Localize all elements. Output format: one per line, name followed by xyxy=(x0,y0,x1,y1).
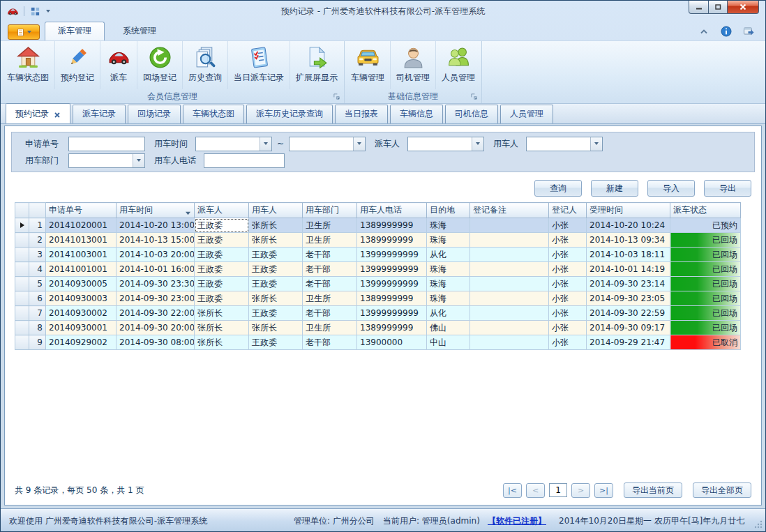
query-button[interactable]: 查询 xyxy=(534,180,582,197)
cell-registrar[interactable]: 小张 xyxy=(549,233,587,248)
cell-remark[interactable] xyxy=(470,233,549,248)
cell-destination[interactable]: 珠海 xyxy=(427,277,470,291)
cell-dispatcher[interactable]: 王政委 xyxy=(195,218,249,233)
dialog-launcher-icon[interactable] xyxy=(470,93,478,100)
column-header[interactable]: 目的地 xyxy=(427,203,470,218)
cell-phone[interactable]: 13999999999 xyxy=(357,277,427,291)
order-no-input[interactable] xyxy=(68,137,145,151)
cell-phone[interactable]: 13999999999 xyxy=(357,262,427,277)
cell-registrar[interactable]: 小张 xyxy=(549,335,587,350)
document-tab[interactable]: 预约记录 xyxy=(6,103,70,123)
ribbon-tab[interactable]: 派车管理 xyxy=(45,22,105,40)
document-tab[interactable]: 派车记录 xyxy=(73,105,126,123)
close-tab-icon[interactable] xyxy=(54,111,61,118)
cell-dispatcher[interactable]: 王政委 xyxy=(195,233,249,248)
cell-passenger[interactable]: 王政委 xyxy=(249,277,303,291)
cell-registrar[interactable]: 小张 xyxy=(549,306,587,321)
cell-destination[interactable]: 佛山 xyxy=(427,321,470,335)
table-row[interactable]: 3 20141003001 2014-10-03 20:00 王政委 王政委 老… xyxy=(15,248,741,262)
cell-status[interactable]: 已回场 xyxy=(670,233,741,248)
cell-phone[interactable]: 13900000 xyxy=(357,335,427,350)
table-row[interactable]: 7 20140930002 2014-09-30 22:00 张所长 王政委 老… xyxy=(15,306,741,321)
cell-accept-time[interactable]: 2014-09-30 09:17 xyxy=(587,321,670,335)
export-button[interactable]: 导出 xyxy=(704,180,751,197)
ribbon-button[interactable]: 派车 xyxy=(100,41,137,89)
new-button[interactable]: 新建 xyxy=(591,180,638,197)
export-all-pages-button[interactable]: 导出全部页 xyxy=(693,482,751,498)
cell-remark[interactable] xyxy=(470,262,549,277)
cell-order-no[interactable]: 20141020001 xyxy=(46,218,117,233)
first-page-button[interactable]: |< xyxy=(503,483,522,498)
cell-dispatcher[interactable]: 王政委 xyxy=(195,248,249,262)
next-page-button[interactable]: > xyxy=(571,483,590,498)
cell-dept[interactable]: 老干部 xyxy=(303,262,357,277)
restore-button[interactable] xyxy=(709,1,728,14)
cell-accept-time[interactable]: 2014-10-20 10:24 xyxy=(587,218,670,233)
table-row[interactable]: 2 20141013001 2014-10-13 15:00 王政委 张所长 卫… xyxy=(15,233,741,248)
ribbon-button[interactable]: 当日派车记录 xyxy=(228,41,290,89)
cell-registrar[interactable]: 小张 xyxy=(549,277,587,291)
column-header[interactable]: 用车部门 xyxy=(303,203,357,218)
ribbon-button[interactable]: 历史查询 xyxy=(183,41,228,89)
close-button[interactable] xyxy=(728,1,759,14)
cell-accept-time[interactable]: 2014-10-01 14:19 xyxy=(587,262,670,277)
cell-accept-time[interactable]: 2014-10-03 18:11 xyxy=(587,248,670,262)
passenger-combo[interactable] xyxy=(526,137,603,151)
cell-destination[interactable]: 珠海 xyxy=(427,291,470,306)
cell-order-no[interactable]: 20141003001 xyxy=(46,248,117,262)
cell-order-no[interactable]: 20141013001 xyxy=(46,233,117,248)
dept-combo[interactable] xyxy=(68,153,145,168)
cell-passenger[interactable]: 张所长 xyxy=(249,291,303,306)
cell-use-time[interactable]: 2014-10-20 13:00 xyxy=(117,218,195,233)
document-tab[interactable]: 当日报表 xyxy=(335,105,388,123)
cell-dept[interactable]: 老干部 xyxy=(303,277,357,291)
cell-order-no[interactable]: 20141001001 xyxy=(46,262,117,277)
column-header[interactable]: 受理时间 xyxy=(587,203,670,218)
cell-phone[interactable]: 1389999999 xyxy=(357,233,427,248)
cell-accept-time[interactable]: 2014-09-30 22:59 xyxy=(587,306,670,321)
skin-switch-icon[interactable] xyxy=(743,26,754,37)
license-link[interactable]: 【软件已注册】 xyxy=(488,515,546,527)
cell-dept[interactable]: 老干部 xyxy=(303,248,357,262)
collapse-ribbon-icon[interactable] xyxy=(698,26,709,37)
cell-dept[interactable]: 老干部 xyxy=(303,306,357,321)
cell-destination[interactable]: 珠海 xyxy=(427,262,470,277)
table-row[interactable]: 9 20140929002 2014-09-30 08:00 张所长 王政委 老… xyxy=(15,335,741,350)
cell-registrar[interactable]: 小张 xyxy=(549,291,587,306)
cell-registrar[interactable]: 小张 xyxy=(549,321,587,335)
column-header[interactable]: 用车人电话 xyxy=(357,203,427,218)
cell-status[interactable]: 已回场 xyxy=(670,277,741,291)
table-row[interactable]: 4 20141001001 2014-10-01 16:00 王政委 王政委 老… xyxy=(15,262,741,277)
cell-passenger[interactable]: 王政委 xyxy=(249,262,303,277)
cell-passenger[interactable]: 张所长 xyxy=(249,321,303,335)
cell-status[interactable]: 已回场 xyxy=(670,321,741,335)
ribbon-button[interactable]: 车辆管理 xyxy=(345,41,391,89)
ribbon-button[interactable]: 预约登记 xyxy=(55,41,100,89)
cell-passenger[interactable]: 王政委 xyxy=(249,306,303,321)
cell-accept-time[interactable]: 2014-09-30 23:05 xyxy=(587,291,670,306)
table-row[interactable]: 6 20140930003 2014-09-30 23:00 王政委 张所长 卫… xyxy=(15,291,741,306)
column-header[interactable]: 用车人 xyxy=(249,203,303,218)
cell-destination[interactable]: 珠海 xyxy=(427,233,470,248)
cell-remark[interactable] xyxy=(470,248,549,262)
page-number-input[interactable] xyxy=(549,483,567,497)
ribbon-tab[interactable]: 系统管理 xyxy=(110,22,170,40)
cell-accept-time[interactable]: 2014-10-13 09:34 xyxy=(587,233,670,248)
column-header[interactable]: 派车状态 xyxy=(670,203,741,218)
cell-dispatcher[interactable]: 王政委 xyxy=(195,262,249,277)
cell-dispatcher[interactable]: 张所长 xyxy=(195,306,249,321)
cell-destination[interactable]: 从化 xyxy=(427,306,470,321)
cell-status[interactable]: 已取消 xyxy=(670,335,741,350)
table-row[interactable]: 1 20141020001 2014-10-20 13:00 王政委 张所长 卫… xyxy=(15,218,741,233)
cell-order-no[interactable]: 20140930001 xyxy=(46,321,117,335)
column-header[interactable]: 申请单号 xyxy=(46,203,117,218)
cell-passenger[interactable]: 王政委 xyxy=(249,335,303,350)
cell-destination[interactable]: 中山 xyxy=(427,335,470,350)
document-tab[interactable]: 回场记录 xyxy=(128,105,181,123)
cell-dispatcher[interactable]: 张所长 xyxy=(195,335,249,350)
document-tab[interactable]: 车辆状态图 xyxy=(183,105,244,123)
cell-use-time[interactable]: 2014-10-01 16:00 xyxy=(117,262,195,277)
cell-accept-time[interactable]: 2014-09-30 23:14 xyxy=(587,277,670,291)
column-header[interactable]: 登记备注 xyxy=(470,203,549,218)
cell-status[interactable]: 已回场 xyxy=(670,291,741,306)
